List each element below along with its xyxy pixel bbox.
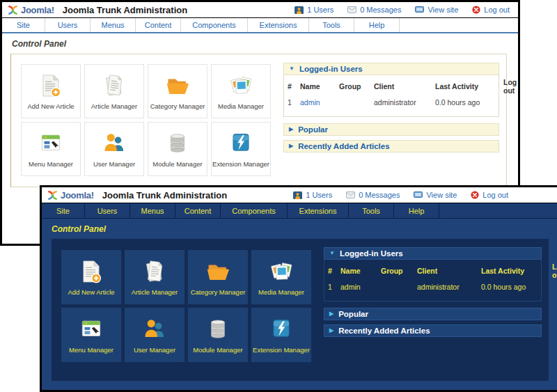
- menu-menus[interactable]: Menus: [91, 18, 136, 32]
- tile-media-manager[interactable]: Media Manager: [251, 250, 311, 304]
- menu-site[interactable]: Site: [2, 18, 45, 32]
- joomla-logo: Joomla!: [8, 5, 54, 15]
- messages-link[interactable]: 0 Messages: [347, 6, 401, 14]
- logged-in-users-header[interactable]: ▼ Logged-in Users: [283, 63, 499, 75]
- cpanel-modules: ▼ Logged-in Users # Name Group Client La…: [315, 239, 549, 381]
- user-admin-link[interactable]: admin: [300, 98, 320, 107]
- menu-tools[interactable]: Tools: [309, 18, 354, 32]
- menu-content[interactable]: Content: [175, 203, 221, 218]
- menu-components[interactable]: Components: [181, 18, 248, 32]
- menu-manager-icon: [36, 130, 65, 157]
- tile-article-manager[interactable]: Article Manager: [84, 64, 144, 118]
- view-site-link[interactable]: View site: [414, 191, 457, 199]
- popular-header[interactable]: ▶ Popular: [324, 308, 542, 320]
- add-article-icon: [77, 258, 106, 285]
- title-bar: Joomla! Joomla Trunk Administration 1 Us…: [2, 2, 518, 18]
- extension-manager-icon: [226, 130, 256, 157]
- info-bar: 1 Users 0 Messages View site Log out: [295, 6, 510, 14]
- tile-menu-manager[interactable]: Menu Manager: [61, 308, 121, 362]
- users-icon: [293, 191, 302, 199]
- cell-last-activity: 0.0 hours ago: [479, 281, 550, 292]
- tile-article-manager[interactable]: Article Manager: [125, 250, 185, 304]
- menu-tools[interactable]: Tools: [349, 203, 394, 218]
- tile-label: Extension Manager: [212, 160, 269, 168]
- tile-extension-manager[interactable]: Extension Manager: [211, 122, 271, 176]
- monitor-icon: [414, 191, 423, 198]
- menu-users[interactable]: Users: [45, 18, 91, 32]
- tile-extension-manager[interactable]: Extension Manager: [251, 308, 311, 362]
- tile-user-manager[interactable]: User Manager: [84, 122, 144, 176]
- module-manager-icon: [203, 316, 233, 343]
- menu-extensions[interactable]: Extensions: [288, 203, 349, 218]
- info-bar: 1 Users 0 Messages View site Log out: [293, 191, 508, 199]
- menu-help[interactable]: Help: [354, 18, 400, 32]
- page-title: Joomla Trunk Administration: [63, 5, 187, 15]
- tile-label: Menu Manager: [29, 160, 73, 168]
- menu-site[interactable]: Site: [42, 203, 85, 218]
- chevron-right-icon: ▶: [289, 143, 293, 149]
- menu-menus[interactable]: Menus: [130, 203, 175, 218]
- menu-users[interactable]: Users: [85, 203, 130, 218]
- tile-menu-manager[interactable]: Menu Manager: [21, 122, 81, 176]
- main-menu: Site Users Menus Content Components Exte…: [42, 203, 557, 219]
- chevron-right-icon: ▶: [329, 311, 334, 317]
- chevron-right-icon: ▶: [329, 328, 334, 334]
- title-bar: Joomla! Joomla Trunk Administration 1 Us…: [42, 187, 557, 203]
- menu-manager-icon: [77, 316, 106, 343]
- recently-added-header[interactable]: ▶ Recently Added Articles: [283, 140, 499, 152]
- quick-icons: Add New Article Article Manager Category…: [11, 54, 275, 187]
- logged-in-users-header[interactable]: ▼ Logged-in Users: [324, 247, 542, 260]
- tile-category-manager[interactable]: Category Manager: [148, 64, 207, 118]
- messages-link[interactable]: 0 Messages: [346, 191, 400, 199]
- menu-extensions[interactable]: Extensions: [248, 18, 309, 32]
- tile-module-manager[interactable]: Module Manager: [188, 308, 248, 362]
- tile-add-new-article[interactable]: Add New Article: [61, 250, 121, 304]
- menu-components[interactable]: Components: [221, 203, 288, 218]
- tile-category-manager[interactable]: Category Manager: [188, 250, 248, 304]
- page-heading: Control Panel: [52, 224, 557, 234]
- tile-label: Add New Article: [68, 288, 114, 296]
- media-manager-icon: [226, 72, 256, 99]
- article-manager-icon: [100, 72, 129, 99]
- logged-in-users-link[interactable]: 1 Users: [295, 6, 334, 14]
- mail-icon: [346, 191, 355, 198]
- menu-help[interactable]: Help: [394, 203, 439, 218]
- monitor-icon: [415, 6, 424, 13]
- tile-label: Category Manager: [191, 288, 246, 296]
- log-out-link[interactable]: Log out: [471, 191, 508, 199]
- tile-label: Add New Article: [27, 102, 74, 110]
- view-site-link[interactable]: View site: [415, 6, 458, 14]
- tile-user-manager[interactable]: User Manager: [125, 308, 185, 362]
- log-out-link[interactable]: Log out: [472, 6, 510, 14]
- chevron-right-icon: ▶: [289, 127, 293, 132]
- table-header-row: # Name Group Client Last Activity Log ou…: [285, 76, 501, 96]
- tile-label: Module Manager: [152, 160, 202, 168]
- logout-icon: [471, 191, 479, 199]
- logged-in-users-table: # Name Group Client Last Activity Log ou…: [283, 75, 499, 117]
- col-name: Name: [338, 260, 379, 281]
- user-admin-link[interactable]: admin: [340, 283, 361, 291]
- cpanel-modules: ▼ Logged-in Users # Name Group Client La…: [275, 54, 506, 187]
- tile-add-new-article[interactable]: Add New Article: [21, 64, 81, 118]
- article-manager-icon: [140, 258, 169, 285]
- menu-content[interactable]: Content: [136, 18, 181, 32]
- chevron-down-icon: ▼: [329, 251, 335, 256]
- recently-added-header[interactable]: ▶ Recently Added Articles: [324, 324, 542, 337]
- add-article-icon: [36, 72, 65, 99]
- popular-header[interactable]: ▶ Popular: [283, 123, 499, 136]
- logout-icon: [472, 6, 480, 14]
- tile-label: Article Manager: [132, 288, 178, 296]
- tile-media-manager[interactable]: Media Manager: [211, 64, 271, 118]
- joomla-logo-icon: [8, 5, 18, 15]
- logged-in-users-link[interactable]: 1 Users: [293, 191, 332, 199]
- cell-num: 1: [285, 96, 298, 108]
- col-client: Client: [372, 76, 433, 96]
- tile-label: Module Manager: [193, 346, 242, 354]
- cell-group: [337, 96, 372, 108]
- tile-module-manager[interactable]: Module Manager: [148, 122, 207, 176]
- page-title: Joomla Trunk Administration: [102, 190, 227, 201]
- tile-label: User Manager: [93, 160, 135, 168]
- col-last-activity: Last Activity: [433, 76, 501, 96]
- category-manager-icon: [163, 72, 192, 99]
- cell-num: 1: [326, 281, 338, 292]
